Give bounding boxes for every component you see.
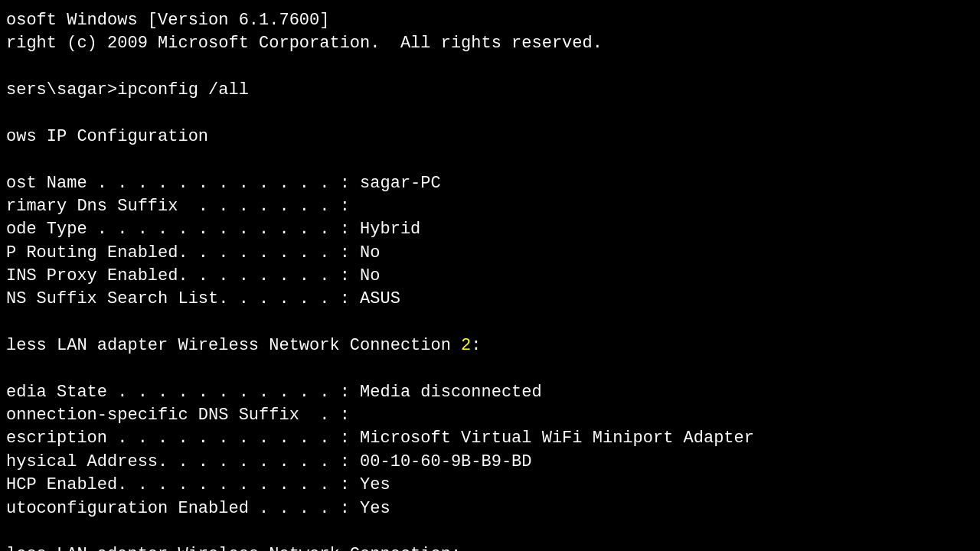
terminal-line: NS Suffix Search List. . . . . . : ASUS [6,288,974,311]
terminal-line: ost Name . . . . . . . . . . . . : sagar… [6,172,974,195]
terminal-line: right (c) 2009 Microsoft Corporation. Al… [6,32,974,55]
terminal-line: onnection-specific DNS Suffix . : [6,404,974,427]
terminal-line-connection: less LAN adapter Wireless Network Connec… [6,543,974,551]
terminal-blank [6,56,974,79]
terminal-blank [6,357,974,380]
terminal-line: INS Proxy Enabled. . . . . . . . : No [6,265,974,288]
terminal-line: ows IP Configuration [6,126,974,148]
terminal-line: rimary Dns Suffix . . . . . . . : [6,195,974,218]
terminal-line: osoft Windows [Version 6.1.7600] [6,9,974,32]
terminal-line: ode Type . . . . . . . . . . . . : Hybri… [6,218,974,241]
terminal-line: hysical Address. . . . . . . . . : 00-10… [6,451,974,474]
terminal-window: osoft Windows [Version 6.1.7600] right (… [0,6,980,551]
terminal-blank [6,311,974,334]
terminal-line-connection2: less LAN adapter Wireless Network Connec… [6,334,974,357]
terminal-line: HCP Enabled. . . . . . . . . . . : Yes [6,474,974,497]
terminal-line: P Routing Enabled. . . . . . . . : No [6,242,974,265]
terminal-line: escription . . . . . . . . . . . : Micro… [6,427,974,450]
terminal-blank [6,102,974,125]
terminal-line: utoconfiguration Enabled . . . . : Yes [6,497,974,520]
terminal-line: sers\sagar>ipconfig /all [6,79,974,102]
terminal-blank [6,148,974,171]
terminal-line: edia State . . . . . . . . . . . : Media… [6,381,974,404]
terminal-blank [6,520,974,543]
